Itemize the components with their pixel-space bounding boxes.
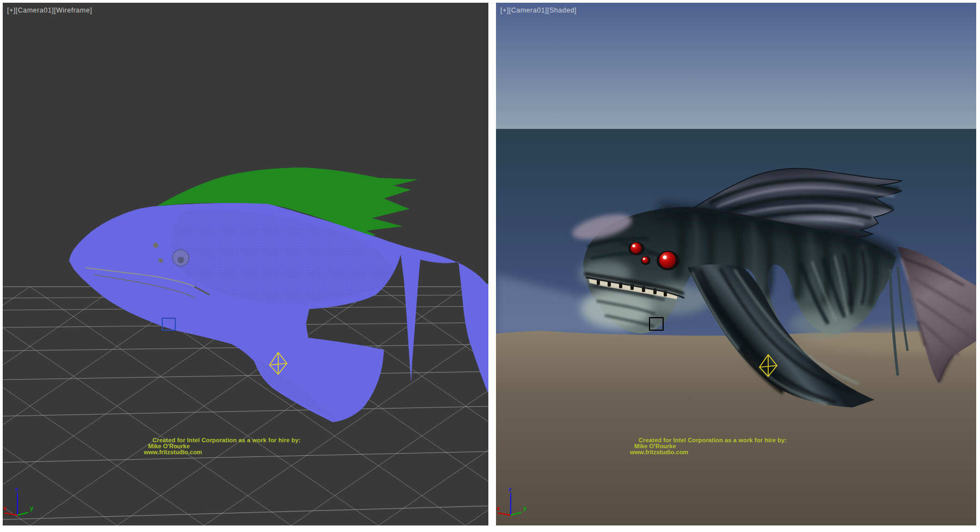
fish-body-wire[interactable] [69, 203, 488, 422]
viewport-wireframe[interactable]: Created for Intel Corporation as a work … [3, 3, 488, 525]
viewport-label-wireframe[interactable]: [+][Camera01][Wireframe] [7, 7, 92, 14]
svg-text:www.fritzstudio.com: www.fritzstudio.com [629, 449, 688, 455]
axis-y-label: y [30, 505, 34, 511]
axis-z-label: z [15, 486, 19, 492]
axis-x-label: x [3, 505, 7, 511]
svg-text:www.fritzstudio.com: www.fritzstudio.com [143, 449, 202, 455]
viewport-label-shaded[interactable]: [+][Camera01][Shaded] [500, 7, 577, 14]
axis-x-label: x [497, 505, 500, 511]
ground [496, 330, 976, 525]
sky [496, 3, 976, 129]
axis-z-label: z [509, 486, 512, 492]
viewport-shaded[interactable]: Created for Intel Corporation as a work … [496, 3, 976, 525]
axis-y-label: y [523, 505, 527, 511]
watermark-text: Created for Intel Corporation as a work … [143, 437, 301, 455]
axis-gizmo [4, 493, 28, 515]
